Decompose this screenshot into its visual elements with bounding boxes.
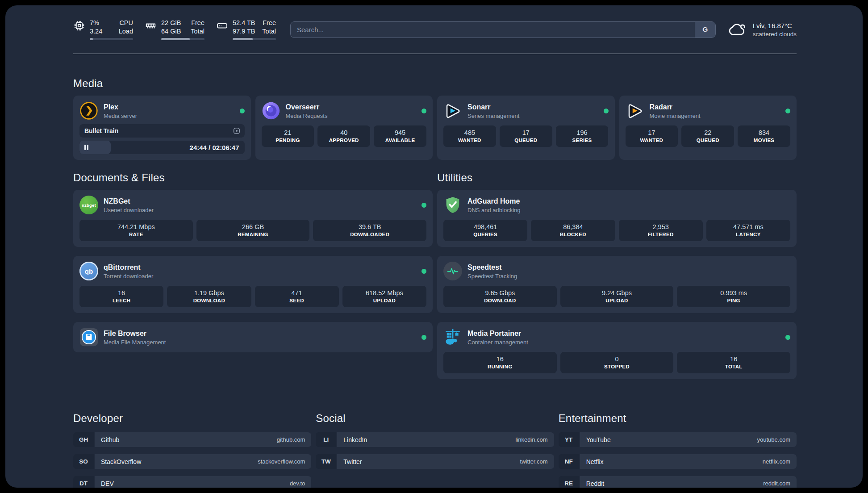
bookmark-url: stackoverflow.com	[258, 458, 305, 465]
overseerr-icon	[262, 101, 280, 120]
radarr-icon	[626, 101, 644, 120]
bookmark-dev[interactable]: DT DEV dev.to	[73, 476, 311, 488]
memory-progress-fill	[161, 38, 190, 40]
stat-blocked: 86,384 BLOCKED	[531, 220, 615, 241]
stat-download: 9.65 Gbps DOWNLOAD	[443, 286, 557, 307]
service-desc: Usenet downloader	[104, 207, 154, 213]
topbar-divider	[73, 54, 797, 54]
status-dot	[785, 109, 790, 113]
stat-remaining: 266 GB REMAINING	[196, 220, 310, 241]
section-utilities: Utilities AdGuard Home DNS and	[437, 171, 797, 388]
cpu-load-value: 3.24	[90, 27, 102, 36]
weather-condition: scattered clouds	[753, 31, 797, 38]
stat-download: 1.19 Gbps DOWNLOAD	[167, 286, 251, 307]
bookmark-url: reddit.com	[763, 480, 790, 487]
plex-card[interactable]: Plex Media server Bullet Train	[73, 96, 251, 160]
speedtest-card[interactable]: Speedtest Speedtest Tracking 9.65 Gbps D…	[437, 256, 797, 313]
now-playing-progress: 24:44 / 02:06:47	[79, 141, 245, 154]
bookmark-abbr: NF	[559, 454, 579, 469]
stat-wanted: 485 WANTED	[443, 125, 496, 147]
portainer-icon	[443, 328, 462, 347]
service-desc: Container management	[467, 339, 528, 346]
search-input[interactable]	[291, 22, 695, 38]
stat-wanted: 17 WANTED	[626, 125, 678, 147]
bookmark-url: dev.to	[290, 480, 305, 487]
bookmark-url: github.com	[277, 436, 305, 443]
service-name: Speedtest	[467, 263, 517, 272]
now-playing-progress-fill	[79, 141, 111, 154]
bookmark-name: StackOverflow	[101, 458, 141, 465]
status-dot	[421, 335, 426, 340]
nzbget-card[interactable]: nzbget NZBGet Usenet downloader 744.21 M…	[73, 190, 433, 247]
stat-ping: 0.993 ms PING	[677, 286, 790, 307]
service-desc: Series management	[467, 113, 519, 119]
bookmark-name: LinkedIn	[343, 436, 367, 443]
sonarr-card[interactable]: Sonarr Series management 485 WANTED 17 Q…	[437, 96, 615, 160]
disk-icon	[216, 20, 228, 40]
memory-free-label: Free	[191, 19, 204, 27]
cpu-progress-track	[90, 38, 133, 40]
disk-total-label: Total	[262, 27, 276, 36]
bookmark-name: Twitter	[343, 458, 362, 465]
disk-progress-fill	[233, 38, 253, 40]
service-name: Overseerr	[286, 103, 328, 111]
stat-running: 16 RUNNING	[443, 352, 557, 373]
social-section-title: Social	[316, 412, 554, 425]
status-dot	[785, 335, 790, 340]
bookmark-name: DEV	[101, 480, 114, 487]
service-name: NZBGet	[104, 197, 154, 205]
service-desc: Movie management	[650, 113, 701, 119]
cpu-load-label: Load	[119, 27, 133, 36]
memory-progress-track	[161, 38, 204, 40]
service-desc: Torrent downloader	[104, 273, 153, 280]
service-name: Media Portainer	[467, 329, 528, 338]
disk-widget: 52.4 TB 97.9 TB Free Total	[216, 19, 276, 40]
stat-movies: 834 MOVIES	[738, 125, 790, 147]
top-bar: 7% 3.24 CPU Load	[73, 19, 797, 40]
stat-pending: 21 PENDING	[262, 125, 314, 147]
stop-icon[interactable]	[233, 127, 241, 135]
bookmark-stackoverflow[interactable]: SO StackOverflow stackoverflow.com	[73, 454, 311, 469]
service-desc: Speedtest Tracking	[467, 273, 517, 280]
section-documents: Documents & Files nzbget NZBGet Usenet d…	[73, 171, 433, 361]
filebrowser-card[interactable]: File Browser Media File Management	[73, 322, 433, 352]
qbittorrent-card[interactable]: qb qBittorrent Torrent downloader 16 LEE…	[73, 256, 433, 313]
adguard-icon	[443, 196, 462, 214]
stat-queued: 22 QUEUED	[681, 125, 734, 147]
bookmark-group-entertainment: Entertainment YT YouTube youtube.com NF …	[559, 412, 797, 488]
status-dot	[604, 109, 609, 113]
bookmark-linkedin[interactable]: LI LinkedIn linkedin.com	[316, 432, 554, 447]
stat-upload: 618.52 Mbps UPLOAD	[342, 286, 426, 307]
bookmark-abbr: YT	[559, 432, 579, 447]
weather-summary: Lviv, 16.87°C	[753, 22, 797, 29]
bookmark-reddit[interactable]: RE Reddit reddit.com	[559, 476, 797, 488]
stat-stopped: 0 STOPPED	[560, 352, 674, 373]
bookmark-github[interactable]: GH Github github.com	[73, 432, 311, 447]
adguard-card[interactable]: AdGuard Home DNS and adblocking 498,461 …	[437, 190, 797, 247]
bookmark-youtube[interactable]: YT YouTube youtube.com	[559, 432, 797, 447]
qbittorrent-icon: qb	[79, 262, 98, 280]
media-section-title: Media	[73, 77, 797, 90]
overseerr-card[interactable]: Overseerr Media Requests 21 PENDING 40 A…	[255, 96, 433, 160]
status-dot	[421, 269, 426, 274]
stat-latency: 47.571 ms LATENCY	[706, 220, 790, 241]
bookmarks: Developer GH Github github.com SO StackO…	[73, 412, 797, 488]
bookmark-netflix[interactable]: NF Netflix netflix.com	[559, 454, 797, 469]
disk-free: 52.4 TB	[233, 19, 255, 27]
cpu-progress-fill	[90, 38, 93, 40]
service-desc: Media File Management	[104, 339, 166, 346]
bookmark-twitter[interactable]: TW Twitter twitter.com	[316, 454, 554, 469]
memory-widget: 22 GiB 64 GiB Free Total	[145, 19, 204, 40]
stat-seed: 471 SEED	[255, 286, 339, 307]
stat-downloaded: 39.6 TB DOWNLOADED	[313, 220, 426, 241]
cpu-label: CPU	[119, 19, 133, 27]
service-name: Radarr	[650, 103, 701, 111]
developer-section-title: Developer	[73, 412, 311, 425]
bookmark-abbr: GH	[73, 432, 94, 447]
portainer-card[interactable]: Media Portainer Container management 16 …	[437, 322, 797, 379]
service-desc: DNS and adblocking	[467, 207, 521, 213]
cpu-usage: 7%	[90, 19, 102, 27]
radarr-card[interactable]: Radarr Movie management 17 WANTED 22 QUE…	[619, 96, 797, 160]
search-provider-button[interactable]: G	[695, 22, 715, 38]
stat-series: 196 SERIES	[556, 125, 609, 147]
